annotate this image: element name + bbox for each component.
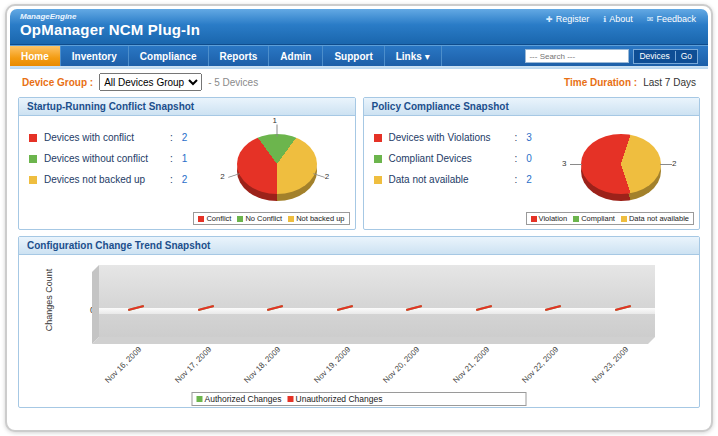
panel-title: Configuration Change Trend Snapshot (19, 237, 699, 255)
search-input[interactable] (525, 49, 629, 63)
status-swatch-green (374, 155, 382, 163)
app-window: ManageEngine OpManager NCM Plug-In ✚ Reg… (10, 9, 708, 427)
browser-frame: ManageEngine OpManager NCM Plug-In ✚ Reg… (5, 4, 713, 432)
x-axis-label: Nov 16, 2009 (97, 345, 143, 391)
legend-item: Violation (531, 214, 568, 223)
legend-swatch (621, 216, 627, 222)
legend-swatch (198, 216, 204, 222)
status-swatch-green (29, 155, 37, 163)
app-header: ManageEngine OpManager NCM Plug-In ✚ Reg… (10, 9, 708, 45)
time-duration-label: Time Duration : (564, 77, 637, 88)
legend-swatch (197, 396, 203, 402)
x-axis-label: Nov 17, 2009 (167, 345, 213, 391)
x-axis-label: Nov 20, 2009 (375, 345, 421, 391)
stat-value[interactable]: 3 (526, 132, 532, 143)
legend-swatch (531, 216, 537, 222)
legend-swatch (288, 216, 294, 222)
legend-swatch (237, 216, 243, 222)
stat-rows: Devices with conflict : 2 Devices withou… (29, 132, 187, 185)
snapshot-panels-row: Startup-Running Conflict Snapshot Device… (10, 95, 708, 230)
legend-item: Authorized Changes (197, 394, 282, 404)
search-scope-devices[interactable]: Devices (634, 51, 674, 61)
time-duration-value[interactable]: Last 7 Days (643, 77, 696, 88)
pie-slice-value: 3 (562, 159, 566, 168)
device-group-select[interactable]: All Devices Group (99, 73, 202, 91)
panel-policy-compliance: Policy Compliance Snapshot Devices with … (363, 97, 701, 230)
trend-chart-legend: Authorized ChangesUnauthorized Changes (192, 392, 527, 406)
legend-item: Unauthorized Changes (288, 394, 383, 404)
legend-swatch (573, 216, 579, 222)
stat-value[interactable]: 0 (526, 153, 532, 164)
pie-callout-line (660, 164, 672, 165)
stat-value[interactable]: 2 (526, 174, 532, 185)
stat-label: Devices with conflict (44, 132, 170, 143)
trend-plot: Nov 16, 2009Nov 17, 2009Nov 18, 2009Nov … (99, 265, 655, 337)
stat-value[interactable]: 2 (182, 174, 188, 185)
y-axis-label: Changes Count (44, 260, 54, 340)
register-icon: ✚ (546, 15, 553, 24)
stat-label: Data not available (389, 174, 515, 185)
stat-value[interactable]: 1 (182, 153, 188, 164)
pie-chart[interactable] (581, 134, 661, 194)
tab-compliance[interactable]: Compliance (129, 46, 209, 66)
status-swatch-yellow (374, 176, 382, 184)
pie-chart[interactable] (237, 134, 317, 194)
tab-admin[interactable]: Admin (269, 46, 323, 66)
panel-title: Policy Compliance Snapshot (364, 98, 700, 116)
stat-row: Compliant Devices : 0 (374, 153, 532, 164)
nav-search-area: Devices Go (525, 46, 708, 66)
search-scope-box: Devices Go (633, 49, 698, 64)
header-links: ✚ Register ℹ About ✉ Feedback (546, 14, 696, 24)
legend-item: Compliant (573, 214, 615, 223)
status-swatch-red (374, 134, 382, 142)
tab-links[interactable]: Links ▾ (385, 46, 442, 66)
stat-label: Devices with Violations (389, 132, 515, 143)
tab-inventory[interactable]: Inventory (61, 46, 129, 66)
stat-colon: : (515, 132, 518, 143)
chevron-down-icon: ▾ (425, 51, 430, 62)
stat-colon: : (515, 153, 518, 164)
about-icon: ℹ (603, 15, 606, 24)
pie-slice-value: 2 (672, 159, 676, 168)
stat-colon: : (515, 174, 518, 185)
legend-item: Conflict (198, 214, 231, 223)
zero-line-band (99, 308, 655, 314)
feedback-link[interactable]: ✉ Feedback (647, 14, 696, 24)
x-axis-label: Nov 22, 2009 (514, 345, 560, 391)
status-swatch-yellow (29, 176, 37, 184)
policy-chart-legend: ViolationCompliantData not available (526, 212, 694, 225)
panel-config-change-trend: Configuration Change Trend Snapshot Chan… (18, 236, 700, 408)
feedback-label: Feedback (656, 14, 696, 24)
register-label: Register (556, 14, 590, 24)
x-axis-label: Nov 18, 2009 (236, 345, 282, 391)
time-duration-area: Time Duration : Last 7 Days (564, 77, 696, 88)
main-nav: Home Inventory Compliance Reports Admin … (10, 45, 708, 66)
tab-reports[interactable]: Reports (209, 46, 270, 66)
about-link[interactable]: ℹ About (603, 14, 633, 24)
legend-item: Not backed up (288, 214, 344, 223)
x-axis-label: Nov 23, 2009 (584, 345, 630, 391)
stat-value[interactable]: 2 (182, 132, 188, 143)
tab-support[interactable]: Support (323, 46, 384, 66)
stat-label: Devices without conflict (44, 153, 170, 164)
legend-item: Data not available (621, 214, 689, 223)
pie-callout-line (570, 164, 582, 165)
tab-links-label: Links (396, 51, 422, 62)
about-label: About (609, 14, 633, 24)
x-axis-label: Nov 21, 2009 (445, 345, 491, 391)
search-go-button[interactable]: Go (675, 51, 697, 61)
tab-home[interactable]: Home (10, 46, 61, 66)
stat-colon: : (170, 174, 173, 185)
panel-body: Devices with Violations : 3 Compliant De… (364, 116, 700, 229)
trend-chart: Changes Count 0 Nov 16, 2009Nov 17, 2009… (19, 255, 699, 408)
conflict-pie-chart: 212 (197, 118, 347, 210)
register-link[interactable]: ✚ Register (546, 14, 589, 24)
x-axis-label: Nov 19, 2009 (306, 345, 352, 391)
panel-startup-running-conflict: Startup-Running Conflict Snapshot Device… (18, 97, 356, 230)
stat-row: Devices without conflict : 1 (29, 153, 187, 164)
feedback-icon: ✉ (647, 15, 654, 24)
stat-colon: : (170, 153, 173, 164)
pie-slice-value: 2 (325, 172, 329, 181)
pie-slice-value: 2 (220, 172, 224, 181)
stat-colon: : (170, 132, 173, 143)
